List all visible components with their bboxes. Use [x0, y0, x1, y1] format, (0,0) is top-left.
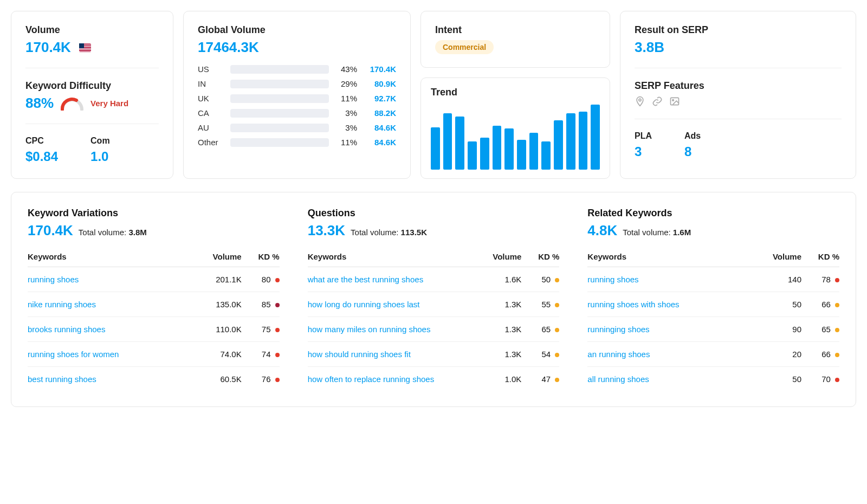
list-count: 13.3K	[308, 222, 345, 239]
global-volume-row: US43%170.4K	[198, 64, 396, 74]
keyword-kd: 50	[521, 267, 559, 292]
keyword-kd: 66	[801, 292, 839, 317]
col-kd: KD %	[801, 248, 839, 267]
gv-vol: 170.4K	[364, 64, 396, 74]
gv-country: IN	[198, 79, 224, 88]
table-row: what are the best running shoes1.6K50	[308, 267, 560, 292]
gv-pct: 43%	[335, 64, 357, 74]
keyword-link[interactable]: running shoes with shoes	[587, 292, 750, 317]
keyword-link[interactable]: an running shoes	[587, 342, 750, 367]
global-volume-row: UK11%92.7K	[198, 94, 396, 103]
table-row: how long do running shoes last1.3K55	[308, 292, 560, 317]
map-pin-icon	[635, 96, 645, 107]
global-volume-row: Other11%84.6K	[198, 138, 396, 147]
trend-label: Trend	[431, 87, 600, 98]
table-row: running shoes with shoes5066	[587, 292, 839, 317]
col-volume: Volume	[482, 248, 521, 267]
table-row: best running shoes60.5K76	[28, 367, 280, 392]
volume-value: 170.4K	[25, 39, 159, 56]
keyword-volume: 110.0K	[190, 317, 242, 342]
keyword-link[interactable]: nike running shoes	[28, 292, 190, 317]
keyword-volume: 1.3K	[482, 342, 521, 367]
related-column: Related Keywords4.8KTotal volume: 1.6MKe…	[587, 208, 839, 391]
global-value: 17464.3K	[198, 39, 396, 56]
keyword-link[interactable]: how many miles on running shoes	[308, 317, 482, 342]
serp-card: Result on SERP 3.8B SERP Features PLA 3 …	[620, 11, 856, 179]
keyword-link[interactable]: running shoes for women	[28, 342, 190, 367]
trend-bar	[517, 140, 526, 170]
gv-vol: 88.2K	[364, 108, 396, 118]
keyword-kd: 75	[242, 317, 280, 342]
keyword-volume: 50	[750, 292, 801, 317]
keyword-volume: 50	[750, 367, 801, 392]
list-title: Keyword Variations	[28, 208, 280, 219]
cpc-value: $0.84	[25, 149, 58, 164]
keyword-table: KeywordsVolumeKD %what are the best runn…	[308, 248, 560, 391]
keyword-volume: 135.0K	[190, 292, 242, 317]
table-row: running shoes201.1K80	[28, 267, 280, 292]
table-row: running shoes for women74.0K74	[28, 342, 280, 367]
trend-bar	[566, 113, 575, 170]
table-row: brooks running shoes110.0K75	[28, 317, 280, 342]
keyword-table: KeywordsVolumeKD %running shoes201.1K80 …	[28, 248, 280, 391]
gv-pct: 29%	[335, 79, 357, 88]
global-volume-card: Global Volume 17464.3K US43%170.4KIN29%8…	[183, 11, 411, 179]
keyword-kd: 85	[242, 292, 280, 317]
table-row: how often to replace running shoes1.0K47	[308, 367, 560, 392]
keyword-link[interactable]: how should running shoes fit	[308, 342, 482, 367]
keyword-link[interactable]: how often to replace running shoes	[308, 367, 482, 392]
gv-country: Other	[198, 138, 224, 147]
trend-bar	[554, 120, 563, 170]
list-total: Total volume: 1.6M	[623, 228, 691, 237]
cpc-label: CPC	[25, 136, 58, 146]
col-keywords: Keywords	[308, 248, 482, 267]
keyword-link[interactable]: running shoes	[28, 267, 190, 292]
svg-point-2	[672, 100, 674, 101]
keyword-kd: 76	[242, 367, 280, 392]
trend-bar	[579, 112, 588, 170]
gv-vol: 92.7K	[364, 94, 396, 103]
keyword-link[interactable]: running shoes	[587, 267, 750, 292]
serp-results-label: Result on SERP	[635, 24, 842, 36]
gv-pct: 3%	[335, 123, 357, 132]
com-value: 1.0	[90, 149, 110, 164]
trend-bar	[591, 105, 600, 170]
intent-card: Intent Commercial	[420, 11, 610, 68]
gv-vol: 84.6K	[364, 138, 396, 147]
gv-country: AU	[198, 123, 224, 132]
gv-bar	[230, 109, 329, 118]
trend-bar	[443, 113, 452, 170]
keyword-kd: 47	[521, 367, 559, 392]
keyword-kd: 80	[242, 267, 280, 292]
serp-features-label: SERP Features	[635, 80, 842, 92]
keyword-link[interactable]: all running shoes	[587, 367, 750, 392]
gv-country: UK	[198, 94, 224, 103]
kd-label: Keyword Difficulty	[25, 80, 159, 92]
keyword-link[interactable]: brooks running shoes	[28, 317, 190, 342]
keyword-link[interactable]: what are the best running shoes	[308, 267, 482, 292]
gv-vol: 80.9K	[364, 79, 396, 88]
keyword-kd: 70	[801, 367, 839, 392]
pla-label: PLA	[635, 131, 652, 141]
list-title: Questions	[308, 208, 560, 219]
keyword-volume: 1.0K	[482, 367, 521, 392]
keyword-volume: 74.0K	[190, 342, 242, 367]
trend-bar	[431, 127, 440, 170]
global-volume-row: IN29%80.9K	[198, 79, 396, 88]
keyword-link[interactable]: runninging shoes	[587, 317, 750, 342]
gv-pct: 3%	[335, 108, 357, 118]
global-label: Global Volume	[198, 24, 396, 36]
keyword-kd: 54	[521, 342, 559, 367]
keyword-volume: 90	[750, 317, 801, 342]
keyword-link[interactable]: how long do running shoes last	[308, 292, 482, 317]
keyword-link[interactable]: best running shoes	[28, 367, 190, 392]
gv-vol: 84.6K	[364, 123, 396, 132]
trend-chart	[431, 105, 600, 170]
keyword-volume: 1.3K	[482, 317, 521, 342]
keyword-kd: 66	[801, 342, 839, 367]
ads-label: Ads	[684, 131, 701, 141]
us-flag-icon	[79, 43, 91, 52]
list-total: Total volume: 113.5K	[351, 228, 427, 237]
com-label: Com	[90, 136, 110, 146]
col-kd: KD %	[242, 248, 280, 267]
